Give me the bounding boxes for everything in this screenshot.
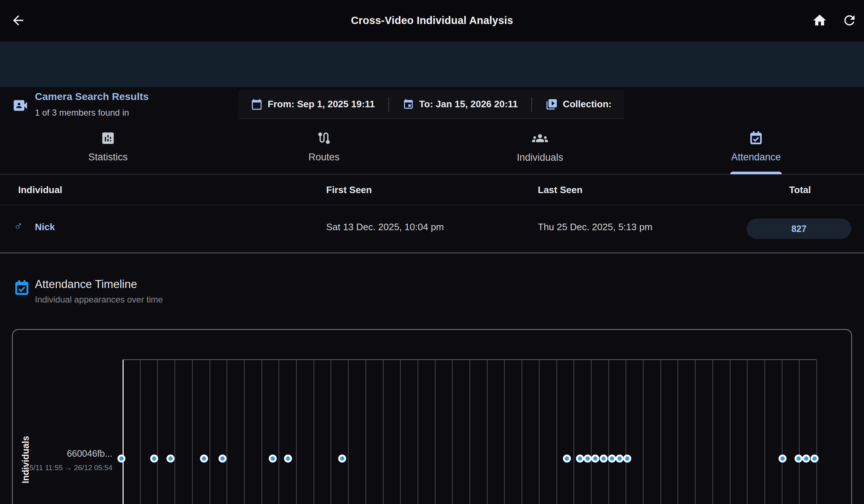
gridline: [487, 360, 488, 504]
camera-search-results-banner[interactable]: Camera Search Results 1 of 3 members fou…: [0, 41, 864, 87]
tab-bar: Statistics Routes Individuals Attendance: [0, 119, 864, 175]
gridline: [747, 360, 748, 504]
page-title: Cross-Video Individual Analysis: [0, 15, 864, 27]
y-axis-label: Individuals: [20, 436, 31, 484]
timeline-plot: [123, 359, 816, 504]
timeline-point: [167, 455, 175, 463]
gridline: [504, 360, 505, 504]
tab-label: Attendance: [731, 152, 781, 163]
timeline-point: [623, 455, 631, 463]
tab-individuals[interactable]: Individuals: [432, 119, 648, 174]
camera-results-title: Camera Search Results: [35, 91, 149, 103]
gridline: [712, 360, 713, 504]
timeline-point: [584, 455, 592, 463]
timeline-point: [616, 455, 624, 463]
individual-name[interactable]: Nick: [35, 221, 55, 233]
collection-filter[interactable]: Collection:: [545, 98, 612, 111]
gridline: [435, 360, 436, 504]
table-row[interactable]: ♂ Nick Sat 13 Dec. 2025, 10:04 pm Thu 25…: [0, 205, 864, 253]
cross-video-analysis-screen: Cross-Video Individual Analysis Camera S…: [0, 0, 864, 504]
gridline: [677, 360, 678, 504]
people-icon: [532, 130, 548, 146]
gridline: [521, 360, 522, 504]
video-camera-icon: [12, 97, 28, 115]
gridline: [799, 360, 800, 504]
timeline-point: [219, 455, 227, 463]
tab-statistics[interactable]: Statistics: [0, 119, 216, 174]
gridline: [209, 360, 210, 504]
column-header-total: Total: [764, 184, 836, 196]
from-date-label: From: Sep 1, 2025 19:11: [268, 99, 375, 110]
gridline: [556, 360, 557, 504]
gridline: [643, 360, 644, 504]
timeline-point: [795, 455, 803, 463]
column-header-last-seen: Last Seen: [538, 184, 583, 196]
gridline: [782, 360, 783, 504]
home-button[interactable]: [812, 12, 828, 28]
tab-label: Individuals: [517, 152, 563, 163]
gridline: [469, 360, 470, 504]
timeline-point: [284, 455, 292, 463]
from-date-filter[interactable]: From: Sep 1, 2025 19:11: [251, 99, 375, 110]
timeline-point: [811, 455, 819, 463]
tab-label: Statistics: [88, 152, 128, 163]
gridline: [695, 360, 696, 504]
male-gender-icon: ♂: [14, 219, 23, 232]
timeline-subtitle: Individual appearances over time: [35, 295, 163, 305]
tab-attendance[interactable]: Attendance: [648, 119, 864, 174]
gridline: [331, 360, 331, 504]
individual-date-range: 15/11 11:55 → 26/12 05:54: [25, 464, 112, 472]
gridline: [383, 360, 384, 504]
gridline: [175, 360, 175, 504]
column-header-individual: Individual: [18, 184, 62, 196]
first-seen-value: Sat 13 Dec. 2025, 10:04 pm: [326, 221, 444, 233]
attendance-table-header: Individual First Seen Last Seen Total: [0, 175, 864, 205]
gridline: [296, 360, 297, 504]
gridline: [573, 360, 574, 504]
section-divider: [0, 252, 864, 253]
calendar-icon: [251, 99, 263, 110]
filter-divider: [531, 97, 532, 112]
route-icon: [316, 131, 332, 146]
column-header-first-seen: First Seen: [326, 184, 372, 196]
timeline-point: [779, 455, 787, 463]
gridline: [625, 360, 626, 504]
gridline: [157, 360, 158, 504]
app-bar: Cross-Video Individual Analysis: [0, 0, 864, 41]
gridline: [279, 360, 279, 504]
attendance-timeline-chart: Individuals 660046fb... 15/11 11:55 → 26…: [12, 329, 852, 504]
collection-label: Collection:: [563, 99, 612, 110]
gridline: [244, 360, 245, 504]
gridline: [140, 360, 141, 504]
refresh-button[interactable]: [841, 12, 857, 28]
timeline-point: [563, 455, 571, 463]
timeline-point: [338, 455, 346, 463]
timeline-point: [269, 455, 277, 463]
refresh-icon: [842, 13, 857, 28]
camera-results-subtitle: 1 of 3 members found in: [35, 108, 129, 118]
gridline: [348, 360, 349, 504]
to-date-filter[interactable]: To: Jan 15, 2026 20:11: [403, 99, 518, 110]
video-library-icon: [545, 98, 558, 111]
tab-routes[interactable]: Routes: [216, 119, 432, 174]
timeline-point: [117, 455, 125, 463]
bar-chart-icon: [100, 131, 116, 146]
timeline-point: [600, 455, 608, 463]
gridline: [764, 360, 765, 504]
home-icon: [812, 13, 827, 28]
individual-id-label: 660046fb...: [67, 448, 112, 459]
gridline: [452, 360, 453, 504]
gridline: [591, 360, 592, 504]
gridline: [660, 360, 661, 504]
timeline-point: [150, 455, 158, 463]
gridline: [400, 360, 401, 504]
calendar-check-icon: [748, 131, 764, 146]
gridline: [313, 360, 314, 504]
timeline-point: [802, 455, 810, 463]
gridline: [261, 360, 262, 504]
timeline-point: [591, 455, 599, 463]
gridline: [192, 360, 193, 504]
gridline: [539, 360, 540, 504]
tab-label: Routes: [308, 152, 340, 163]
y-axis-line: [123, 360, 124, 504]
